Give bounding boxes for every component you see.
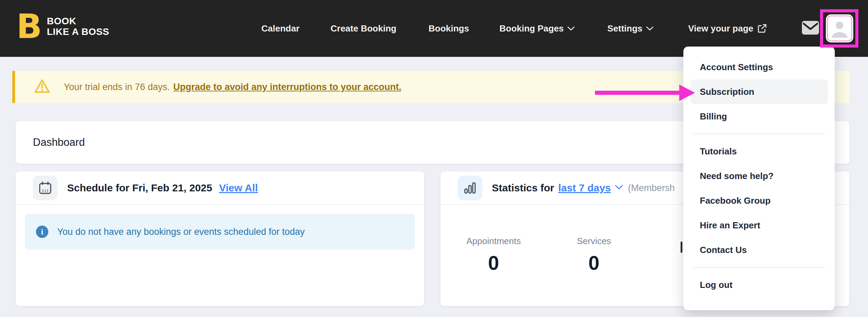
menu-divider (693, 134, 825, 134)
chevron-down-icon[interactable] (615, 185, 623, 191)
menu-item-tutorials[interactable]: Tutorials (683, 139, 835, 164)
mail-icon[interactable] (802, 21, 819, 36)
menu-item-billing[interactable]: Billing (683, 104, 835, 129)
menu-divider (693, 267, 825, 268)
menu-item-contact-us[interactable]: Contact Us (683, 238, 835, 262)
menu-item-log-out[interactable]: Log out (683, 272, 835, 297)
schedule-title: Schedule for Fri, Feb 21, 2025 (67, 182, 212, 194)
stat-services: Services 0 (561, 236, 627, 274)
avatar-highlight-box (820, 9, 858, 48)
stat-value: 0 (461, 251, 526, 274)
stat-label: Services (561, 236, 627, 246)
empty-schedule-notice: i You do not have any bookings or events… (25, 214, 415, 250)
chevron-down-icon (567, 26, 575, 31)
chevron-down-icon (646, 26, 654, 31)
upgrade-link[interactable]: Upgrade to avoid any interruptions to yo… (173, 82, 401, 92)
warning-icon (34, 78, 51, 96)
bar-chart-icon (458, 176, 482, 200)
nav-settings[interactable]: Settings (607, 0, 654, 57)
stat-value: 0 (561, 251, 627, 274)
stat-appointments: Appointments 0 (461, 236, 526, 274)
annotation-arrow (595, 85, 695, 101)
statistics-subtitle-fragment: (Membersh (628, 183, 675, 193)
logo-wordmark: BOOK LIKE A BOSS (47, 16, 109, 37)
logo-b-icon: B (16, 13, 42, 40)
trial-message: Your trial ends in 76 days. (64, 82, 170, 92)
external-link-icon (757, 23, 768, 34)
annotation-arrow-head (679, 85, 695, 101)
empty-schedule-text: You do not have any bookings or events s… (57, 227, 305, 237)
schedule-card-header: Schedule for Fri, Feb 21, 2025 View All (16, 172, 424, 205)
nav-bookings[interactable]: Bookings (429, 0, 469, 57)
menu-item-hire-an-expert[interactable]: Hire an Expert (683, 213, 835, 238)
statistics-title: Statistics for (492, 182, 554, 194)
menu-item-facebook-group[interactable]: Facebook Group (683, 188, 835, 213)
stat-label: Appointments (461, 236, 526, 246)
info-icon: i (36, 226, 48, 238)
account-dropdown-menu: Account Settings Subscription Billing Tu… (683, 47, 835, 310)
clipped-stat-label-fragment (681, 242, 682, 253)
nav-calendar[interactable]: Calendar (261, 0, 299, 57)
app-screen: B BOOK LIKE A BOSS Calendar Create Booki… (0, 0, 868, 317)
nav-booking-pages[interactable]: Booking Pages (499, 0, 575, 57)
nav-create-booking[interactable]: Create Booking (331, 0, 396, 57)
page-title: Dashboard (33, 136, 85, 149)
menu-item-need-some-help[interactable]: Need some help? (683, 164, 835, 188)
view-all-link[interactable]: View All (219, 182, 258, 194)
schedule-card: Schedule for Fri, Feb 21, 2025 View All … (16, 172, 424, 306)
menu-item-account-settings[interactable]: Account Settings (683, 55, 835, 79)
annotation-arrow-shaft (595, 91, 680, 95)
calendar-icon (33, 176, 58, 200)
menu-item-subscription[interactable]: Subscription (690, 79, 828, 104)
date-range-link[interactable]: last 7 days (558, 182, 611, 194)
brand-logo[interactable]: B BOOK LIKE A BOSS (16, 13, 109, 40)
